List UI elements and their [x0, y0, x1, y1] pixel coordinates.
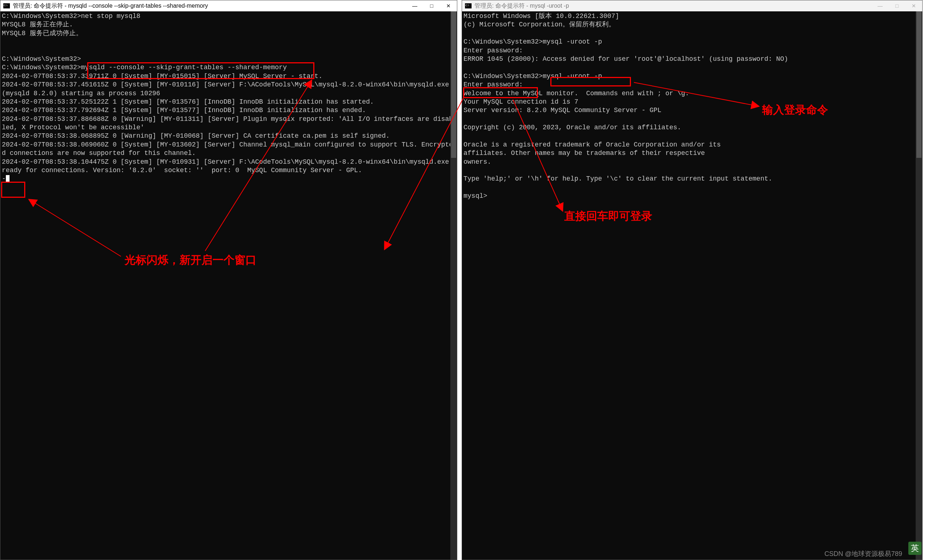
cmd-window-right: 管理员: 命令提示符 - mysql -uroot -p — □ ✕ Micro… [462, 0, 923, 560]
close-button[interactable]: ✕ [440, 0, 457, 11]
cmd-window-left: 管理员: 命令提示符 - mysqld --console --skip-gra… [0, 0, 457, 560]
watermark: CSDN @地球资源极易789 [824, 549, 902, 558]
annotation-cursor: 光标闪烁，新开启一个窗口 [125, 253, 256, 268]
terminal-output-left[interactable]: C:\Windows\System32>net stop mysql8 MYSQ… [0, 11, 457, 560]
ime-label: 英 [911, 543, 919, 554]
scrollbar-thumb-left[interactable] [451, 11, 456, 158]
text-cursor [6, 175, 9, 182]
scrollbar-left[interactable] [450, 11, 457, 560]
scrollbar-thumb-right[interactable] [916, 11, 921, 158]
titlebar-right[interactable]: 管理员: 命令提示符 - mysql -uroot -p — □ ✕ [462, 0, 922, 11]
cmd-icon [465, 3, 471, 8]
scrollbar-right[interactable] [916, 11, 922, 560]
titlebar-left[interactable]: 管理员: 命令提示符 - mysqld --console --skip-gra… [0, 0, 457, 11]
window-controls-right: — □ ✕ [872, 0, 922, 11]
minimize-button[interactable]: — [407, 0, 423, 11]
annotation-enter: 直接回车即可登录 [564, 209, 652, 224]
ime-badge[interactable]: 英 [908, 542, 921, 555]
annotation-login-cmd: 输入登录命令 [762, 103, 828, 118]
maximize-button[interactable]: □ [423, 0, 440, 11]
maximize-button[interactable]: □ [889, 0, 906, 11]
window-title-right: 管理员: 命令提示符 - mysql -uroot -p [474, 2, 872, 10]
cmd-icon [3, 3, 10, 8]
window-title-left: 管理员: 命令提示符 - mysqld --console --skip-gra… [13, 2, 407, 10]
terminal-output-right[interactable]: Microsoft Windows [版本 10.0.22621.3007] (… [462, 11, 922, 560]
minimize-button[interactable]: — [872, 0, 889, 11]
window-controls-left: — □ ✕ [407, 0, 457, 11]
close-button[interactable]: ✕ [906, 0, 922, 11]
